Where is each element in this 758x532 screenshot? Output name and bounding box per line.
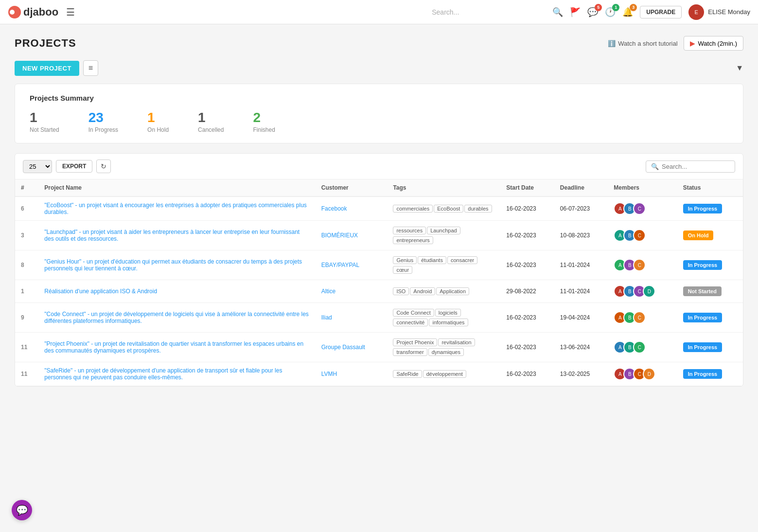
stat-number: 1 xyxy=(147,110,169,125)
member-avatar: C xyxy=(633,311,646,324)
start-date: 16-02-2023 xyxy=(500,303,554,333)
project-name[interactable]: "Project Phoenix" - un projet de revital… xyxy=(44,340,303,354)
deadline: 19-04-2024 xyxy=(554,303,608,333)
project-name[interactable]: "Genius Hour" - un projet d'éducation qu… xyxy=(44,258,302,272)
project-name-cell: "Launchpad" - un projet visant à aider l… xyxy=(38,221,315,250)
table-row: 11"Project Phoenix" - un projet de revit… xyxy=(15,333,743,362)
table-search[interactable]: 🔍 xyxy=(646,160,735,173)
header-search-placeholder: Search... xyxy=(348,8,543,16)
page-header-actions: ℹ️ Watch a short tutorial ▶ Watch (2min.… xyxy=(608,36,743,51)
customer-name[interactable]: Facebook xyxy=(321,205,347,212)
tag: SafeRide xyxy=(393,370,422,378)
members-group: ABC xyxy=(614,341,671,354)
tag: Launchpad xyxy=(427,227,460,234)
status-cell: In Progress xyxy=(677,250,743,280)
start-date: 16-02-2023 xyxy=(500,221,554,250)
members-cell: ABCD xyxy=(608,280,677,303)
project-name[interactable]: "SafeRide" - un projet de développement … xyxy=(44,367,282,381)
members-cell: ABC xyxy=(608,303,677,333)
summary-card: Projects Summary 1 Not Started 23 In Pro… xyxy=(15,84,743,143)
status-cell: In Progress xyxy=(677,362,743,386)
members-cell: ABC xyxy=(608,250,677,280)
customer-name[interactable]: Iliad xyxy=(321,314,332,321)
customer-name[interactable]: Groupe Dassault xyxy=(321,344,365,351)
project-name[interactable]: Réalisation d'une application ISO & Andr… xyxy=(44,288,157,295)
list-view-button[interactable]: ≡ xyxy=(83,60,98,76)
deadline: 13-06-2024 xyxy=(554,333,608,362)
status-badge: In Progress xyxy=(683,260,723,270)
logo-text: djaboo xyxy=(23,6,58,18)
column-header: # xyxy=(15,179,38,196)
user-info[interactable]: E ELISE Monday xyxy=(688,4,750,20)
column-header: Deadline xyxy=(554,179,608,196)
status-badge: In Progress xyxy=(683,204,723,213)
user-name: ELISE Monday xyxy=(708,8,750,16)
upgrade-button[interactable]: UPGRADE xyxy=(640,6,682,18)
header: djaboo ☰ Search... 🔍 🚩 💬 5 🕐 1 🔔 3 UPGRA… xyxy=(0,0,758,24)
customer-cell: LVMH xyxy=(316,362,388,386)
flag-icon[interactable]: 🚩 xyxy=(570,7,581,18)
customer-cell: BIOMÉRIEUX xyxy=(316,221,388,250)
customer-cell: Iliad xyxy=(316,303,388,333)
tutorial-link[interactable]: ℹ️ Watch a short tutorial xyxy=(608,40,677,47)
status-cell: On Hold xyxy=(677,221,743,250)
tag: informatiques xyxy=(429,319,468,326)
projects-table: #Project NameCustomerTagsStart DateDeadl… xyxy=(15,179,743,386)
row-number: 3 xyxy=(15,221,38,250)
row-number: 1 xyxy=(15,280,38,303)
watch-button[interactable]: ▶ Watch (2min.) xyxy=(684,36,743,51)
stat-label: In Progress xyxy=(88,126,118,133)
per-page-select[interactable]: 25 50 100 xyxy=(23,160,52,173)
stat-label: Cancelled xyxy=(198,126,224,133)
refresh-button[interactable]: ↻ xyxy=(96,160,111,173)
tag: Genius xyxy=(393,256,417,264)
tag: Code Connect xyxy=(393,309,434,317)
logo[interactable]: djaboo xyxy=(8,5,58,19)
filter-button[interactable]: ▼ xyxy=(736,64,743,72)
column-header: Customer xyxy=(316,179,388,196)
customer-name[interactable]: Altice xyxy=(321,288,335,295)
tags-cell: SafeRidedéveloppement xyxy=(387,362,500,386)
table-row: 8"Genius Hour" - un projet d'éducation q… xyxy=(15,250,743,280)
projects-toolbar: NEW PROJECT ≡ ▼ xyxy=(15,60,743,76)
tag: logiciels xyxy=(435,309,461,317)
start-date: 16-02-2023 xyxy=(500,250,554,280)
info-icon: ℹ️ xyxy=(608,40,616,47)
project-name-cell: "Project Phoenix" - un projet de revital… xyxy=(38,333,315,362)
hamburger-icon[interactable]: ☰ xyxy=(66,6,75,18)
customer-name[interactable]: EBAY/PAYPAL xyxy=(321,262,359,268)
table-header: #Project NameCustomerTagsStart DateDeadl… xyxy=(15,179,743,196)
table-row: 1Réalisation d'une application ISO & And… xyxy=(15,280,743,303)
project-name[interactable]: "EcoBoost" - un projet visant à encourag… xyxy=(44,202,306,215)
tags-cell: Code Connectlogicielsconnectivitéinforma… xyxy=(387,303,500,333)
row-number: 8 xyxy=(15,250,38,280)
tag: ressources xyxy=(393,227,426,234)
search-icon[interactable]: 🔍 xyxy=(552,7,563,18)
status-badge: In Progress xyxy=(683,313,723,322)
export-button[interactable]: EXPORT xyxy=(56,160,92,173)
row-number: 6 xyxy=(15,196,38,221)
stat-number: 2 xyxy=(253,110,275,125)
bell-icon[interactable]: 🔔 3 xyxy=(622,7,633,18)
project-name[interactable]: "Code Connect" - un projet de développem… xyxy=(44,311,309,324)
stat-label: On Hold xyxy=(147,126,169,133)
start-date: 29-08-2022 xyxy=(500,280,554,303)
customer-name[interactable]: BIOMÉRIEUX xyxy=(321,232,358,239)
new-project-button[interactable]: NEW PROJECT xyxy=(15,61,79,76)
tags-cell: commercialesEcoBoostdurables xyxy=(387,196,500,221)
search-input[interactable] xyxy=(662,163,730,170)
clock-icon[interactable]: 🕐 1 xyxy=(605,7,616,18)
members-group: ABC xyxy=(614,311,671,324)
customer-name[interactable]: LVMH xyxy=(321,371,337,377)
tags-cell: Geniusétudiantsconsacrercœur xyxy=(387,250,500,280)
member-avatar: C xyxy=(633,202,646,215)
status-badge: In Progress xyxy=(683,342,723,352)
members-cell: ABC xyxy=(608,221,677,250)
tag: Application xyxy=(436,287,469,295)
project-name[interactable]: "Launchpad" - un projet visant à aider l… xyxy=(44,229,300,242)
stat-item: 1 Not Started xyxy=(30,110,59,133)
members-group: ABC xyxy=(614,202,671,215)
status-cell: Not Started xyxy=(677,280,743,303)
stat-number: 1 xyxy=(30,110,59,125)
messages-icon[interactable]: 💬 5 xyxy=(587,7,598,18)
